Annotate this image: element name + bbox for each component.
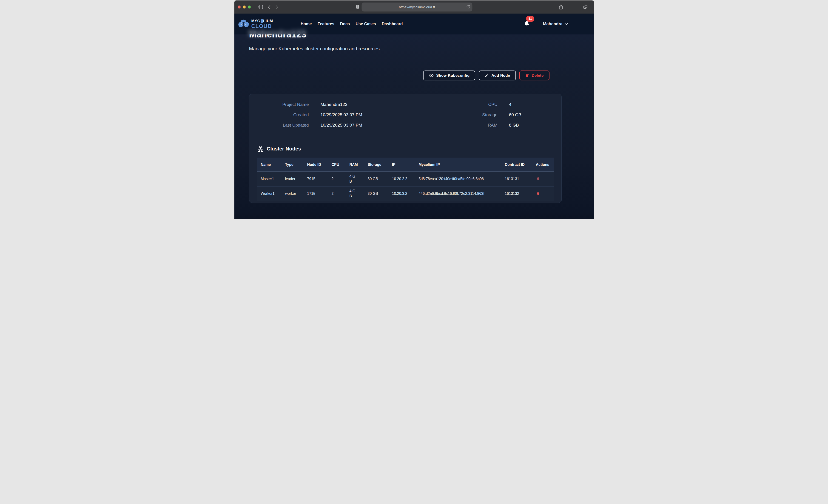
notifications-button[interactable]: 11 bbox=[524, 20, 530, 28]
cluster-nodes-heading: Cluster Nodes bbox=[257, 145, 553, 152]
address-bar[interactable]: https://myceliumcloud.tf bbox=[362, 3, 472, 11]
page-body: Mahendra123 bbox=[235, 13, 594, 219]
zoom-window-button[interactable] bbox=[248, 5, 251, 8]
eye-icon bbox=[429, 73, 433, 78]
trash-icon bbox=[536, 192, 540, 195]
add-node-button[interactable]: Add Node bbox=[479, 71, 516, 80]
col-cpu: CPU bbox=[328, 158, 346, 172]
table-row: Master1 leader 7915 2 4 GB 30 GB 10.20.2… bbox=[257, 172, 554, 186]
chevron-down-icon bbox=[565, 23, 568, 25]
col-node-id: Node ID bbox=[303, 158, 328, 172]
mycelium-cloud-logo-icon bbox=[238, 19, 250, 30]
back-icon[interactable] bbox=[266, 4, 272, 10]
forward-icon[interactable] bbox=[274, 4, 280, 10]
nav-link-dashboard[interactable]: Dashboard bbox=[382, 22, 403, 27]
col-mycelium-ip: Mycelium IP bbox=[415, 158, 501, 172]
info-row-ram: RAM 8 GB bbox=[463, 123, 522, 133]
share-icon[interactable] bbox=[557, 3, 565, 10]
brand-line-cloud: CLOUD bbox=[251, 24, 273, 29]
reload-icon[interactable] bbox=[466, 5, 470, 9]
nav-link-features[interactable]: Features bbox=[318, 22, 334, 27]
delete-cluster-button[interactable]: Delete bbox=[520, 71, 549, 80]
col-name: Name bbox=[257, 158, 282, 172]
table-header-row: Name Type Node ID CPU RAM Storage IP Myc… bbox=[257, 158, 554, 172]
info-row-project-name: Project Name Mahendra123 bbox=[257, 102, 362, 112]
pencil-icon bbox=[485, 73, 489, 78]
nav-link-use-cases[interactable]: Use Cases bbox=[356, 22, 376, 27]
info-row-storage: Storage 60 GB bbox=[463, 112, 522, 123]
cluster-actions: Show Kubeconfig Add Node Delete bbox=[249, 71, 579, 80]
trash-icon bbox=[525, 73, 529, 78]
col-ip: IP bbox=[388, 158, 415, 172]
brand-logo[interactable]: MYCLIUM CLOUD bbox=[238, 19, 273, 30]
network-icon bbox=[257, 145, 264, 152]
nav-link-home[interactable]: Home bbox=[301, 22, 312, 27]
new-tab-icon[interactable] bbox=[570, 4, 577, 10]
notification-count-badge: 11 bbox=[526, 15, 534, 22]
brand-line-mycelium: MYCLIUM bbox=[251, 19, 273, 23]
col-contract-id: Contract ID bbox=[501, 158, 532, 172]
url-text: https://myceliumcloud.tf bbox=[399, 5, 435, 9]
info-row-created: Created 10/29/2025 03:07 PM bbox=[257, 112, 362, 123]
project-info: Project Name Mahendra123 Created 10/29/2… bbox=[257, 102, 553, 133]
close-window-button[interactable] bbox=[238, 5, 241, 8]
trash-icon bbox=[536, 177, 540, 180]
table-row: Worker1 worker 1715 2 4 GB 30 GB 10.20.3… bbox=[257, 186, 554, 201]
cluster-details-card: Project Name Mahendra123 Created 10/29/2… bbox=[249, 94, 562, 203]
sidebar-toggle-icon[interactable] bbox=[256, 4, 264, 10]
browser-window: https://myceliumcloud.tf bbox=[234, 0, 594, 219]
user-name: Mahendra bbox=[543, 22, 562, 27]
delete-node-button[interactable] bbox=[536, 191, 540, 197]
user-menu[interactable]: Mahendra bbox=[543, 22, 568, 27]
main-navbar: MYCLIUM CLOUD Home Features Docs Use Cas… bbox=[235, 13, 594, 35]
info-row-cpu: CPU 4 bbox=[463, 102, 522, 112]
window-controls bbox=[238, 5, 251, 8]
col-actions: Actions bbox=[532, 158, 554, 172]
delete-node-button[interactable] bbox=[536, 176, 540, 182]
col-storage: Storage bbox=[364, 158, 388, 172]
brand-wordmark: MYCLIUM CLOUD bbox=[251, 19, 273, 29]
col-type: Type bbox=[282, 158, 303, 172]
tab-overview-icon[interactable] bbox=[582, 4, 589, 10]
nav-links: Home Features Docs Use Cases Dashboard bbox=[301, 22, 403, 27]
page-subtitle: Manage your Kubernetes cluster configura… bbox=[249, 46, 579, 51]
nav-link-docs[interactable]: Docs bbox=[340, 22, 350, 27]
stylized-e-icon bbox=[261, 19, 263, 23]
shield-icon bbox=[356, 5, 359, 9]
main-content: Mahendra123 Manage your Kubernetes clust… bbox=[235, 29, 594, 203]
info-row-last-updated: Last Updated 10/29/2025 03:07 PM bbox=[257, 123, 362, 133]
col-ram: RAM bbox=[346, 158, 364, 172]
show-kubeconfig-button[interactable]: Show Kubeconfig bbox=[423, 71, 475, 80]
browser-chrome: https://myceliumcloud.tf bbox=[235, 0, 594, 13]
minimize-window-button[interactable] bbox=[243, 5, 246, 8]
cluster-nodes-table: Name Type Node ID CPU RAM Storage IP Myc… bbox=[257, 158, 554, 201]
